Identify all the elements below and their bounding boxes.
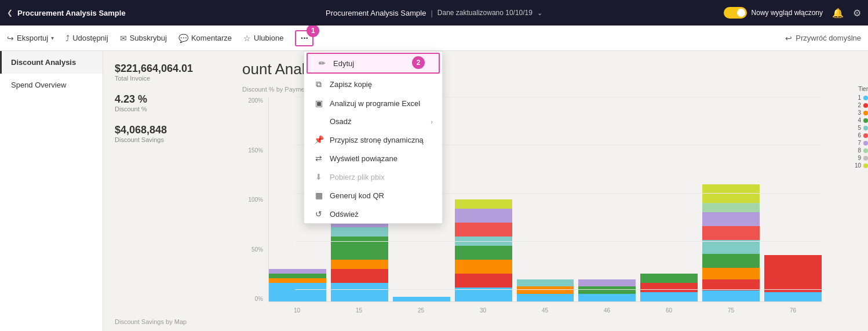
bar-segment-tier-1[interactable] [578, 294, 636, 301]
subscribe-button[interactable]: ✉ Subskrybuj [120, 34, 167, 43]
dropdown-item-analyze[interactable]: ▣ Analizuj w programie Excel [304, 94, 442, 112]
sidebar-spend-label: Spend Overview [11, 81, 66, 89]
dropdown-item-refresh[interactable]: ↺ Odśwież [304, 205, 442, 223]
sidebar: Discount Analysis Spend Overview [0, 51, 103, 331]
subscribe-label: Subskrybuj [130, 34, 167, 42]
more-badge: 1 [307, 24, 319, 37]
bar-segment-tier-8[interactable] [702, 203, 760, 212]
sidebar-item-spend-overview[interactable]: Spend Overview [0, 74, 103, 96]
bar-segment-tier-2[interactable] [764, 255, 822, 292]
bar-group-75[interactable] [702, 184, 760, 301]
bar-segment-tier-1[interactable] [331, 283, 388, 301]
legend-label-9: 9 [858, 155, 861, 161]
x-label-75: 75 [702, 307, 760, 314]
legend-label-5: 5 [858, 125, 861, 131]
kpi-savings-value: $4,068,848 [115, 124, 231, 136]
export-button[interactable]: ↪ Eksportuj ▾ [7, 34, 54, 43]
bar-segment-tier-4[interactable] [269, 274, 326, 278]
bar-segment-tier-10[interactable] [455, 199, 512, 209]
comments-icon: 💬 [178, 34, 188, 43]
separator: | [431, 9, 432, 17]
bar-segment-tier-2[interactable] [702, 279, 760, 290]
dropdown-item-download-pbix[interactable]: ⬇ Pobierz plik pbix [304, 168, 442, 186]
dropdown-refresh-label: Odśwież [330, 210, 359, 219]
embed-chevron-icon: › [431, 118, 433, 125]
bar-segment-tier-3[interactable] [702, 268, 760, 279]
related-icon: ⇄ [313, 154, 324, 163]
bar-segment-tier-3[interactable] [269, 278, 326, 283]
bar-group-25[interactable] [393, 297, 450, 301]
bar-segment-tier-3[interactable] [455, 260, 512, 274]
bar-group-10[interactable] [269, 269, 326, 301]
bar-segment-tier-1[interactable] [517, 294, 574, 301]
bar-segment-tier-1[interactable] [455, 288, 512, 301]
bar-group-30[interactable] [455, 199, 512, 301]
dropdown-item-embed[interactable]: Osadź › [304, 112, 442, 130]
bar-segment-tier-6[interactable] [455, 223, 512, 237]
dropdown-item-view-related[interactable]: ⇄ Wyświetl powiązane [304, 149, 442, 168]
bar-segment-tier-1[interactable] [640, 292, 698, 301]
y-label-50: 50% [251, 246, 263, 253]
dropdown-pin-dynamic-label: Przypisz stronę dynamiczną [330, 136, 424, 144]
favorites-button[interactable]: ☆ Ulubione [243, 34, 283, 43]
legend-dot-7 [863, 141, 868, 146]
bar-segment-tier-5[interactable] [517, 279, 574, 287]
favorites-label: Ulubione [254, 34, 283, 42]
bar-segment-tier-5[interactable] [702, 240, 760, 254]
bar-segment-tier-10[interactable] [702, 184, 760, 203]
comments-label: Komentarze [191, 34, 232, 42]
bar-segment-tier-2[interactable] [640, 283, 698, 292]
legend-label-10: 10 [855, 162, 861, 169]
bar-segment-tier-1[interactable] [702, 290, 760, 301]
bar-segment-tier-3[interactable] [517, 286, 574, 294]
notification-icon[interactable]: 🔔 [832, 8, 844, 19]
dropdown-edit-label: Edytuj [333, 59, 354, 68]
bar-segment-tier-4[interactable] [331, 237, 388, 260]
comments-button[interactable]: 💬 Komentarze [178, 34, 232, 43]
bar-segment-tier-2[interactable] [455, 274, 512, 288]
date-chevron-icon[interactable]: ⌄ [537, 9, 542, 17]
legend-item-10: 10 [827, 162, 868, 169]
bar-group-76[interactable] [764, 255, 822, 301]
bar-segment-tier-1[interactable] [269, 283, 326, 301]
bar-segment-tier-7[interactable] [269, 269, 326, 274]
edit-icon: ✏ [317, 59, 327, 68]
bar-segment-tier-4[interactable] [702, 254, 760, 268]
kpi-savings-label: Discount Savings [115, 136, 231, 143]
bar-segment-tier-7[interactable] [455, 209, 512, 223]
dropdown-generate-qr-label: Generuj kod QR [330, 191, 384, 200]
analyze-icon: ▣ [313, 99, 324, 108]
restore-button[interactable]: ↩ Przywróć domyślne [785, 34, 861, 43]
bar-segment-tier-7[interactable] [702, 212, 760, 226]
bar-segment-tier-5[interactable] [455, 237, 512, 246]
legend-label-8: 8 [858, 147, 861, 154]
bar-segment-tier-5[interactable] [331, 227, 388, 237]
bar-group-45[interactable] [517, 279, 574, 301]
back-chevron-icon[interactable]: ❮ [7, 9, 13, 17]
subscribe-icon: ✉ [120, 34, 127, 43]
bar-segment-tier-1[interactable] [393, 297, 450, 301]
legend-dot-4 [863, 118, 868, 123]
dropdown-item-generate-qr[interactable]: ▦ Generuj kod QR [304, 186, 442, 205]
bar-segment-tier-6[interactable] [702, 226, 760, 240]
dropdown-item-save-copy[interactable]: ⧉ Zapisz kopię [304, 75, 442, 94]
bar-group-46[interactable] [578, 279, 636, 301]
settings-icon[interactable]: ⚙ [853, 8, 861, 19]
bar-segment-tier-2[interactable] [331, 269, 388, 283]
bar-segment-tier-1[interactable] [764, 292, 822, 301]
share-button[interactable]: ⤴ Udostępnij [65, 34, 108, 43]
bar-group-60[interactable] [640, 274, 698, 301]
bar-segment-tier-4[interactable] [455, 246, 512, 260]
dropdown-item-pin-dynamic[interactable]: 📌 Przypisz stronę dynamiczną [304, 130, 442, 149]
y-axis: 200% 150% 100% 50% 0% [242, 97, 265, 302]
bar-segment-tier-3[interactable] [331, 260, 388, 269]
dropdown-item-edit[interactable]: ✏ Edytuj 2 [307, 53, 440, 74]
bar-segment-tier-4[interactable] [640, 274, 698, 283]
bar-segment-tier-7[interactable] [578, 279, 636, 287]
more-button[interactable]: ··· 1 [295, 30, 313, 46]
sidebar-item-discount-analysis[interactable]: Discount Analysis [0, 51, 103, 74]
new-look-toggle[interactable] [724, 7, 747, 19]
kpi-discount-value: 4.23 % [115, 93, 231, 106]
legend-dot-6 [863, 133, 868, 138]
bar-segment-tier-4[interactable] [578, 286, 636, 294]
